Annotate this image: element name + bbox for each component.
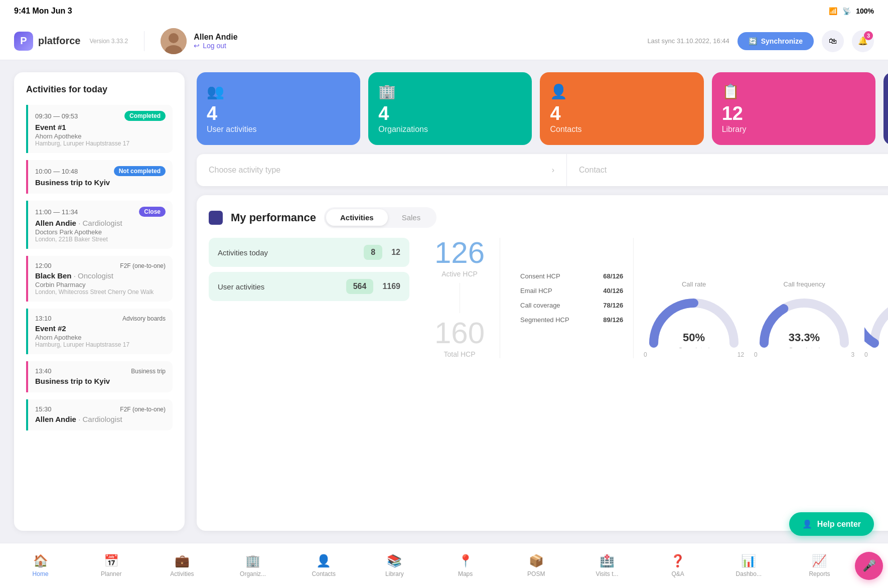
help-center-button[interactable]: 👤 Help center: [789, 512, 874, 536]
semi-chart: Call reach 66.6% Completed 0 3: [864, 280, 888, 358]
nav-item-reports[interactable]: 📈 Reports: [784, 550, 855, 581]
progress-bar-item: Segmented HCP 89/126: [520, 316, 623, 324]
nav-item-dashbo-[interactable]: 📊 Dashbo...: [713, 550, 784, 581]
hcp-divider: [460, 283, 460, 313]
nav-item-library[interactable]: 📚 Library: [359, 550, 430, 581]
nav-item-maps[interactable]: 📍 Maps: [430, 550, 501, 581]
microphone-button[interactable]: 🎤: [855, 552, 883, 580]
nav-label: Planner: [101, 570, 121, 577]
stat-icon: 🏢: [378, 83, 396, 100]
semi-chart-range: 0 3: [864, 351, 888, 358]
nav-item-posm[interactable]: 📦 POSM: [501, 550, 571, 581]
nav-item-contacts[interactable]: 👤 Contacts: [288, 550, 359, 581]
nav-label: POSM: [527, 570, 545, 577]
tab-activities[interactable]: Activities: [326, 209, 388, 226]
stat-label: Contacts: [550, 125, 581, 134]
activity-type-select[interactable]: Choose activity type ›: [197, 154, 567, 186]
activity-type-placeholder: Choose activity type: [209, 166, 280, 175]
activity-item[interactable]: 10:00 — 10:48 Not completed Business tri…: [26, 160, 173, 194]
activity-subtitle: Doctors Park Apotheke: [35, 228, 166, 236]
stat-label: Organizations: [378, 125, 428, 134]
activity-item[interactable]: 09:30 — 09:53 Completed Event #1 Ahorn A…: [26, 105, 173, 153]
act-row-label: User activities: [218, 282, 341, 291]
active-hcp-label: Active HCP: [434, 270, 485, 278]
battery-icon: 100%: [856, 7, 874, 15]
shopping-icon: 🛍: [829, 37, 837, 46]
activity-badge: Completed: [124, 111, 166, 121]
activity-badge: F2F (one-to-one): [120, 406, 166, 413]
logo-icon: P: [14, 32, 33, 51]
activities-card: Activities for today 09:30 — 09:53 Compl…: [14, 72, 185, 531]
activity-item[interactable]: 11:00 — 11:34 Close Allen Andie · Cardio…: [26, 201, 173, 249]
stat-card-contacts[interactable]: 👤 4 Contacts: [540, 72, 703, 145]
activity-address: Hamburg, Luruper Hauptstrasse 17: [35, 341, 166, 348]
performance-title: My performance: [231, 211, 316, 224]
prog-label: Call coverage: [520, 302, 580, 309]
stat-card-organizations[interactable]: 🏢 4 Organizations: [368, 72, 532, 145]
sync-button[interactable]: 🔄 Synchronize: [737, 32, 814, 50]
activity-item[interactable]: 13:40 Business trip Business trip to Kyi…: [26, 361, 173, 392]
performance-tabs: Activities Sales: [324, 207, 436, 228]
nav-icon: 📅: [104, 554, 119, 568]
nav-item-activities[interactable]: 💼 Activities: [146, 550, 217, 581]
nav-label: Contacts: [312, 570, 336, 577]
nav-item-organiz-[interactable]: 🏢 Organiz...: [218, 550, 288, 581]
tab-sales[interactable]: Sales: [388, 209, 435, 226]
act-row-num1: 564: [346, 279, 374, 294]
contact-placeholder: Contact: [579, 166, 607, 175]
semi-max: 3: [851, 351, 854, 358]
stat-icon: 👤: [550, 83, 567, 100]
performance-act-row: User activities 564 1169: [209, 272, 409, 301]
total-hcp-num: 160: [434, 318, 485, 348]
hcp-stats: 126 Active HCP 160 Total HCP: [419, 238, 500, 358]
semi-chart-svg: 66.6% Completed: [864, 293, 888, 350]
svg-text:50%: 50%: [683, 331, 705, 344]
svg-point-1: [169, 33, 179, 43]
performance-act-row: Activities today 8 12: [209, 238, 409, 267]
nav-label: Reports: [809, 570, 830, 577]
activity-address: Hamburg, Luruper Hauptstrasse 17: [35, 140, 166, 147]
logout-button[interactable]: ↩ Log out: [194, 42, 237, 50]
activity-item[interactable]: 15:30 F2F (one-to-one) Allen Andie · Car…: [26, 399, 173, 430]
nav-item-q-a[interactable]: ❓ Q&A: [643, 550, 713, 581]
activity-title: Black Ben · Oncologist: [35, 271, 166, 280]
stat-icon: 📋: [722, 83, 739, 100]
nav-icon: 📚: [387, 554, 402, 568]
stat-num: 4: [378, 104, 389, 123]
semi-chart-label: Call reach: [864, 280, 888, 288]
sync-label: Synchronize: [761, 37, 803, 45]
activity-item[interactable]: 13:10 Advisory boards Event #2 Ahorn Apo…: [26, 309, 173, 354]
svg-text:Completed: Completed: [789, 346, 820, 348]
nav-label: Organiz...: [240, 570, 266, 577]
notification-btn[interactable]: 🔔 3: [852, 30, 874, 52]
semi-charts: Call rate 50% Completed 0 12 Call freque…: [644, 238, 888, 358]
act-row-num2: 1169: [382, 282, 400, 291]
nav-icon: 🏢: [245, 554, 260, 568]
nav-item-home[interactable]: 🏠 Home: [5, 550, 76, 581]
stat-card-user-activities[interactable]: 👥 4 User activities: [197, 72, 360, 145]
progress-bar-item: Consent HCP 68/126: [520, 272, 623, 280]
nav-icon: 📦: [529, 554, 544, 568]
semi-chart-label: Call rate: [644, 280, 744, 288]
stat-card-medreps[interactable]: 👤 2 Medreps: [883, 72, 888, 145]
nav-item-planner[interactable]: 📅 Planner: [76, 550, 146, 581]
stat-card-library[interactable]: 📋 12 Library: [712, 72, 875, 145]
activity-subtitle: Ahorn Apotheke: [35, 132, 166, 140]
active-hcp: 126 Active HCP: [434, 238, 485, 278]
prog-value: 68/126: [590, 272, 623, 280]
semi-chart-range: 0 3: [754, 351, 854, 358]
performance-header: My performance Activities Sales Show mor…: [209, 207, 888, 228]
svg-text:33.3%: 33.3%: [789, 331, 820, 344]
status-icons: 📶 📡 100%: [829, 7, 874, 15]
stat-num: 4: [550, 104, 560, 123]
activity-badge: Advisory boards: [122, 315, 166, 322]
contact-select[interactable]: Contact ›: [567, 154, 888, 186]
activity-item[interactable]: 12:00 F2F (one-to-one) Black Ben · Oncol…: [26, 256, 173, 302]
shopping-icon-btn[interactable]: 🛍: [822, 30, 844, 52]
nav-item-visits-t-[interactable]: 🏥 Visits t...: [571, 550, 642, 581]
svg-text:Completed: Completed: [678, 346, 710, 348]
bottom-nav: 🏠 Home 📅 Planner 💼 Activities 🏢 Organiz.…: [0, 543, 888, 588]
prog-value: 89/126: [590, 316, 623, 324]
wifi-icon: 📡: [842, 7, 851, 15]
nav-icon: 📊: [741, 554, 756, 568]
